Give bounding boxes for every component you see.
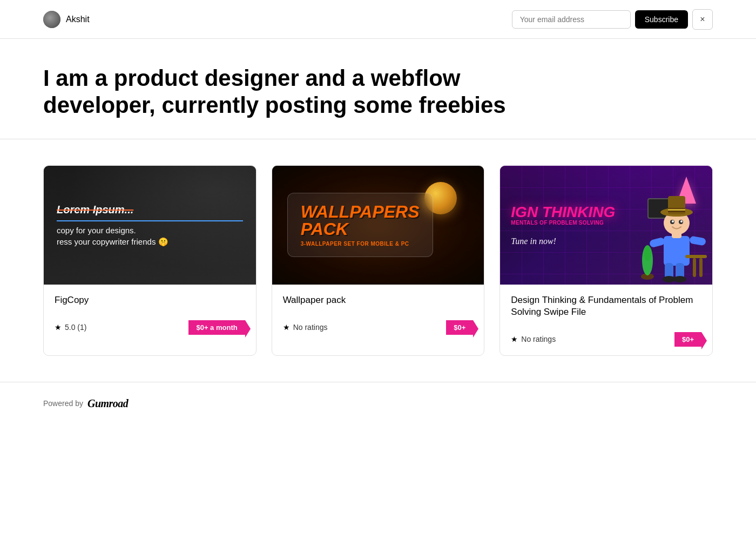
product-body-figcopy: FigCopy bbox=[44, 285, 256, 306]
product-card-design-thinking[interactable]: IGN THINKING MENTALS OF PROBLEM SOLVING … bbox=[500, 165, 713, 356]
product-image-figcopy: Lorem Ipsum... copy for your designs. re… bbox=[44, 166, 256, 285]
close-button[interactable]: × bbox=[692, 9, 713, 30]
figcopy-line1: copy for your designs. bbox=[57, 226, 243, 235]
svg-point-12 bbox=[680, 220, 683, 222]
product-title-design-thinking: Design Thinking & Fundamentals of Proble… bbox=[511, 294, 701, 318]
product-price-wallpaper[interactable]: $0+ bbox=[446, 320, 473, 335]
svg-rect-21 bbox=[693, 258, 696, 277]
rating-value: 5.0 (1) bbox=[65, 323, 86, 332]
svg-rect-0 bbox=[664, 236, 690, 266]
product-title-figcopy: FigCopy bbox=[55, 294, 245, 306]
powered-by-text: Powered by bbox=[43, 399, 83, 408]
rating-value: No ratings bbox=[521, 335, 556, 343]
product-image-design-thinking: IGN THINKING MENTALS OF PROBLEM SOLVING … bbox=[500, 166, 712, 285]
site-footer: Powered by Gumroad bbox=[0, 382, 756, 425]
product-rating-design-thinking: ★ No ratings bbox=[511, 335, 556, 343]
svg-rect-22 bbox=[699, 258, 703, 277]
star-icon: ★ bbox=[283, 323, 290, 332]
wallpaper-title-line2: PACK bbox=[301, 220, 420, 238]
hero-section: I am a product designer and a webflow de… bbox=[0, 39, 756, 139]
svg-rect-1 bbox=[649, 237, 666, 248]
site-name: Akshit bbox=[66, 15, 90, 24]
wallpaper-subtitle: 3-WALLPAPER SET FOR MOBILE & PC bbox=[301, 241, 420, 247]
star-icon: ★ bbox=[55, 323, 62, 332]
design-subheading: MENTALS OF PROBLEM SOLVING bbox=[511, 219, 615, 225]
rating-value: No ratings bbox=[293, 323, 328, 332]
wallpaper-glass-card: WALLPAPERS PACK 3-WALLPAPER SET FOR MOBI… bbox=[287, 193, 433, 257]
product-body-design-thinking: Design Thinking & Fundamentals of Proble… bbox=[500, 285, 712, 318]
figcopy-line2: ress your copywriter friends 🤫 bbox=[57, 237, 243, 247]
product-price-design-thinking[interactable]: $0+ bbox=[674, 332, 701, 347]
header-actions: Subscribe × bbox=[512, 9, 713, 30]
star-icon: ★ bbox=[511, 335, 518, 343]
site-identity: Akshit bbox=[43, 11, 90, 28]
character-illustration bbox=[637, 171, 712, 285]
products-grid: Lorem Ipsum... copy for your designs. re… bbox=[43, 165, 713, 356]
svg-rect-20 bbox=[685, 255, 707, 258]
email-input[interactable] bbox=[512, 10, 631, 29]
product-image-wallpaper: WALLPAPERS PACK 3-WALLPAPER SET FOR MOBI… bbox=[272, 166, 484, 285]
svg-point-11 bbox=[672, 220, 674, 222]
svg-point-19 bbox=[644, 246, 651, 261]
svg-rect-16 bbox=[668, 209, 685, 211]
svg-point-6 bbox=[673, 276, 686, 282]
product-title-wallpaper: Wallpaper pack bbox=[283, 294, 474, 306]
product-rating-wallpaper: ★ No ratings bbox=[283, 323, 328, 332]
svg-rect-2 bbox=[689, 235, 706, 246]
gumroad-brand: Gumroad bbox=[87, 397, 128, 410]
product-rating-figcopy: ★ 5.0 (1) bbox=[55, 323, 86, 332]
avatar bbox=[43, 11, 60, 28]
products-section: Lorem Ipsum... copy for your designs. re… bbox=[0, 139, 756, 382]
product-price-figcopy[interactable]: $0+ a month bbox=[188, 320, 245, 335]
hero-title: I am a product designer and a webflow de… bbox=[43, 65, 529, 119]
design-cta: Tune in now! bbox=[511, 236, 615, 246]
design-heading: IGN THINKING bbox=[511, 204, 615, 219]
design-text-block: IGN THINKING MENTALS OF PROBLEM SOLVING … bbox=[511, 204, 615, 246]
wallpaper-title-line1: WALLPAPERS bbox=[301, 203, 420, 220]
product-card-wallpaper[interactable]: WALLPAPERS PACK 3-WALLPAPER SET FOR MOBI… bbox=[272, 165, 485, 356]
figcopy-lorem-text: Lorem Ipsum... bbox=[57, 204, 243, 216]
product-footer-figcopy: ★ 5.0 (1) $0+ a month bbox=[44, 313, 256, 343]
site-header: Akshit Subscribe × bbox=[0, 0, 756, 39]
figcopy-divider bbox=[57, 220, 243, 221]
close-icon: × bbox=[700, 15, 705, 24]
product-footer-design-thinking: ★ No ratings $0+ bbox=[500, 325, 712, 355]
product-card-figcopy[interactable]: Lorem Ipsum... copy for your designs. re… bbox=[43, 165, 256, 356]
product-footer-wallpaper: ★ No ratings $0+ bbox=[272, 313, 484, 343]
product-body-wallpaper: Wallpaper pack bbox=[272, 285, 484, 306]
subscribe-button[interactable]: Subscribe bbox=[635, 10, 688, 29]
